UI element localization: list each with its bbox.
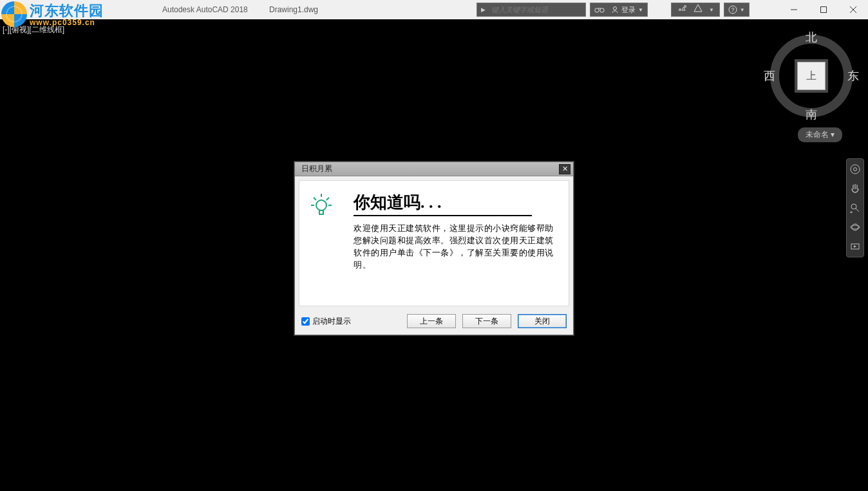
compass-west[interactable]: 西: [764, 68, 775, 84]
svg-point-13: [851, 204, 856, 209]
window-controls: [779, 0, 868, 19]
svg-line-22: [314, 198, 316, 200]
minimize-button[interactable]: [779, 0, 809, 19]
dialog-body: 你知道吗. . . 欢迎使用天正建筑软件，这里提示的小诀窍能够帮助您解决问题和提…: [299, 180, 569, 306]
navigation-bar: [846, 158, 864, 257]
exchange-apps-icon[interactable]: [677, 4, 687, 15]
app-title: Autodesk AutoCAD 2018: [162, 5, 248, 14]
dialog-footer: 启动时显示 上一条 下一条 关闭: [295, 310, 573, 335]
ucs-badge[interactable]: 未命名 ▾: [798, 127, 842, 142]
chevron-down-icon: ▼: [638, 7, 643, 13]
help-cluster[interactable]: ? ▼: [724, 3, 750, 17]
show-on-startup-input[interactable]: [301, 317, 310, 326]
chevron-down-icon: ▼: [709, 7, 714, 13]
svg-line-14: [856, 208, 859, 212]
chevron-down-icon: ▼: [740, 7, 745, 13]
view-cube[interactable]: 北 南 东 西 上: [766, 31, 856, 121]
autodesk-app-icon[interactable]: [693, 4, 703, 15]
close-button[interactable]: [838, 0, 868, 19]
show-motion-icon[interactable]: [849, 240, 862, 253]
sign-in-label: 登录: [621, 5, 636, 15]
dialog-title: 日积月累: [297, 163, 336, 174]
svg-text:?: ?: [731, 6, 734, 13]
sign-in-button[interactable]: 登录 ▼: [611, 5, 643, 15]
lightbulb-icon: [310, 192, 333, 218]
search-play-icon[interactable]: ▶: [477, 3, 489, 16]
orbit-icon[interactable]: [849, 221, 862, 234]
search-input[interactable]: [489, 6, 585, 14]
svg-point-26: [316, 200, 326, 210]
help-icon: ?: [728, 5, 737, 14]
svg-rect-27: [319, 210, 323, 214]
svg-marker-20: [854, 245, 856, 248]
maximize-button[interactable]: [809, 0, 838, 19]
compass-north[interactable]: 北: [806, 30, 817, 45]
show-on-startup-label: 启动时显示: [312, 316, 351, 327]
next-tip-button[interactable]: 下一条: [462, 314, 511, 328]
tip-heading: 你知道吗. . .: [354, 191, 532, 216]
svg-point-11: [851, 165, 860, 174]
dialog-close-icon[interactable]: ✕: [559, 164, 571, 174]
account-cluster: 登录 ▼: [590, 3, 648, 17]
close-dialog-button[interactable]: 关闭: [518, 314, 567, 328]
compass-south[interactable]: 南: [806, 107, 817, 122]
compass-east[interactable]: 东: [847, 68, 859, 84]
pan-icon[interactable]: [849, 182, 862, 195]
tip-body-text: 欢迎使用天正建筑软件，这里提示的小诀窍能够帮助您解决问题和提高效率。强烈建议首次…: [354, 223, 557, 271]
svg-point-8: [684, 6, 686, 8]
watermark-url: www.pc0359.cn: [30, 18, 104, 27]
show-on-startup-checkbox[interactable]: 启动时显示: [301, 316, 351, 327]
search-box[interactable]: ▶: [476, 3, 586, 17]
prev-tip-button[interactable]: 上一条: [407, 314, 456, 328]
document-name: Drawing1.dwg: [269, 5, 318, 14]
svg-line-23: [326, 198, 329, 200]
view-cube-top[interactable]: 上: [797, 62, 826, 90]
dialog-titlebar[interactable]: 日积月累 ✕: [295, 162, 573, 176]
infocenter: ▶ 登录 ▼ ▼ ? ▼: [476, 2, 750, 17]
steering-wheel-icon[interactable]: [849, 163, 862, 176]
svg-point-7: [614, 7, 617, 10]
svg-point-4: [595, 8, 599, 12]
search-binoculars-icon[interactable]: [594, 5, 605, 14]
svg-point-12: [854, 168, 857, 171]
tip-of-day-dialog: 日积月累 ✕ 你知道吗. . . 欢迎使用天正建筑软件，这里提示的小诀窍能够帮助…: [294, 162, 574, 335]
watermark: 河东软件园 www.pc0359.cn: [1, 1, 104, 27]
zoom-extents-icon[interactable]: [849, 201, 862, 214]
exchange-cluster: ▼: [671, 3, 720, 17]
watermark-logo-icon: [1, 1, 27, 27]
svg-point-5: [600, 8, 604, 12]
svg-rect-1: [821, 7, 827, 13]
